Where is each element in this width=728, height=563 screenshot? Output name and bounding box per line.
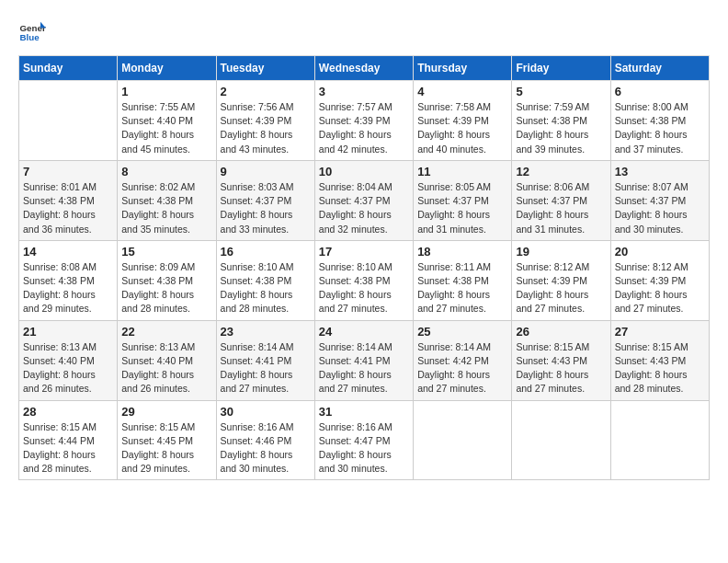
calendar-cell: 4Sunrise: 7:58 AMSunset: 4:39 PMDaylight… (414, 81, 512, 161)
calendar-cell: 8Sunrise: 8:02 AMSunset: 4:38 PMDaylight… (118, 160, 216, 240)
day-number: 23 (221, 325, 311, 339)
day-number: 28 (23, 405, 113, 419)
calendar-cell: 11Sunrise: 8:05 AMSunset: 4:37 PMDayligh… (414, 160, 512, 240)
day-number: 13 (615, 165, 705, 178)
calendar-cell: 17Sunrise: 8:10 AMSunset: 4:38 PMDayligh… (314, 240, 413, 320)
day-info: Sunrise: 8:15 AMSunset: 4:43 PMDaylight:… (615, 340, 705, 396)
day-info: Sunrise: 8:16 AMSunset: 4:46 PMDaylight:… (221, 420, 311, 477)
calendar-cell: 24Sunrise: 8:14 AMSunset: 4:41 PMDayligh… (314, 320, 413, 400)
calendar-cell: 1Sunrise: 7:55 AMSunset: 4:40 PMDaylight… (118, 81, 216, 161)
weekday-header: Tuesday (216, 56, 314, 81)
day-number: 25 (417, 325, 507, 339)
day-info: Sunrise: 8:12 AMSunset: 4:39 PMDaylight:… (516, 260, 606, 316)
day-info: Sunrise: 8:13 AMSunset: 4:40 PMDaylight:… (23, 340, 113, 396)
svg-text:Blue: Blue (20, 32, 40, 42)
page-header: General Blue (18, 18, 710, 46)
weekday-header: Wednesday (314, 56, 413, 81)
calendar-cell: 7Sunrise: 8:01 AMSunset: 4:38 PMDaylight… (19, 160, 118, 240)
day-number: 6 (615, 85, 705, 98)
day-info: Sunrise: 8:05 AMSunset: 4:37 PMDaylight:… (417, 180, 507, 236)
day-info: Sunrise: 8:01 AMSunset: 4:38 PMDaylight:… (23, 180, 113, 236)
day-number: 30 (221, 405, 311, 419)
calendar-cell: 15Sunrise: 8:09 AMSunset: 4:38 PMDayligh… (118, 240, 216, 320)
logo-icon: General Blue (18, 18, 46, 46)
day-number: 12 (516, 165, 606, 178)
day-info: Sunrise: 8:15 AMSunset: 4:45 PMDaylight:… (121, 420, 211, 477)
day-number: 11 (417, 165, 507, 178)
calendar-week-row: 21Sunrise: 8:13 AMSunset: 4:40 PMDayligh… (19, 320, 710, 400)
calendar-cell: 18Sunrise: 8:11 AMSunset: 4:38 PMDayligh… (414, 240, 512, 320)
day-info: Sunrise: 8:00 AMSunset: 4:38 PMDaylight:… (615, 100, 705, 156)
day-number: 8 (121, 165, 211, 178)
day-info: Sunrise: 8:03 AMSunset: 4:37 PMDaylight:… (221, 180, 311, 236)
calendar-cell: 19Sunrise: 8:12 AMSunset: 4:39 PMDayligh… (512, 240, 610, 320)
calendar-cell: 14Sunrise: 8:08 AMSunset: 4:38 PMDayligh… (19, 240, 118, 320)
calendar-table: SundayMondayTuesdayWednesdayThursdayFrid… (18, 55, 710, 480)
day-number: 4 (417, 85, 507, 98)
day-info: Sunrise: 8:15 AMSunset: 4:43 PMDaylight:… (516, 340, 606, 396)
day-number: 29 (121, 405, 211, 419)
calendar-cell: 10Sunrise: 8:04 AMSunset: 4:37 PMDayligh… (314, 160, 413, 240)
day-info: Sunrise: 8:04 AMSunset: 4:37 PMDaylight:… (319, 180, 409, 236)
day-number: 24 (319, 325, 409, 339)
day-info: Sunrise: 8:10 AMSunset: 4:38 PMDaylight:… (319, 260, 409, 316)
calendar-cell: 30Sunrise: 8:16 AMSunset: 4:46 PMDayligh… (216, 400, 314, 480)
day-number: 19 (516, 245, 606, 259)
calendar-week-row: 14Sunrise: 8:08 AMSunset: 4:38 PMDayligh… (19, 240, 710, 320)
day-info: Sunrise: 8:12 AMSunset: 4:39 PMDaylight:… (615, 260, 705, 316)
day-number: 27 (615, 325, 705, 339)
calendar-cell: 3Sunrise: 7:57 AMSunset: 4:39 PMDaylight… (314, 81, 413, 161)
day-info: Sunrise: 8:13 AMSunset: 4:40 PMDaylight:… (121, 340, 211, 396)
calendar-week-row: 7Sunrise: 8:01 AMSunset: 4:38 PMDaylight… (19, 160, 710, 240)
day-number: 18 (417, 245, 507, 259)
calendar-cell (19, 81, 118, 161)
day-info: Sunrise: 8:08 AMSunset: 4:38 PMDaylight:… (23, 260, 113, 316)
day-number: 10 (319, 165, 409, 178)
calendar-cell (610, 400, 709, 480)
weekday-header: Sunday (19, 56, 118, 81)
day-info: Sunrise: 7:58 AMSunset: 4:39 PMDaylight:… (417, 100, 507, 156)
calendar-cell: 25Sunrise: 8:14 AMSunset: 4:42 PMDayligh… (414, 320, 512, 400)
calendar-cell: 31Sunrise: 8:16 AMSunset: 4:47 PMDayligh… (314, 400, 413, 480)
calendar-cell: 16Sunrise: 8:10 AMSunset: 4:38 PMDayligh… (216, 240, 314, 320)
day-number: 9 (221, 165, 311, 178)
day-info: Sunrise: 7:57 AMSunset: 4:39 PMDaylight:… (319, 100, 409, 156)
calendar-week-row: 28Sunrise: 8:15 AMSunset: 4:44 PMDayligh… (19, 400, 710, 480)
day-number: 17 (319, 245, 409, 259)
weekday-header: Friday (512, 56, 610, 81)
calendar-cell: 6Sunrise: 8:00 AMSunset: 4:38 PMDaylight… (610, 81, 709, 161)
day-info: Sunrise: 8:07 AMSunset: 4:37 PMDaylight:… (615, 180, 705, 236)
day-info: Sunrise: 7:56 AMSunset: 4:39 PMDaylight:… (221, 100, 311, 156)
day-number: 20 (615, 245, 705, 259)
calendar-cell: 26Sunrise: 8:15 AMSunset: 4:43 PMDayligh… (512, 320, 610, 400)
day-number: 15 (121, 245, 211, 259)
logo: General Blue (18, 18, 46, 46)
day-info: Sunrise: 7:55 AMSunset: 4:40 PMDaylight:… (121, 100, 211, 156)
day-number: 2 (221, 85, 311, 98)
day-number: 22 (121, 325, 211, 339)
day-info: Sunrise: 8:16 AMSunset: 4:47 PMDaylight:… (319, 420, 409, 477)
weekday-header: Monday (118, 56, 216, 81)
day-info: Sunrise: 8:14 AMSunset: 4:41 PMDaylight:… (319, 340, 409, 396)
day-number: 31 (319, 405, 409, 419)
day-info: Sunrise: 8:15 AMSunset: 4:44 PMDaylight:… (23, 420, 113, 477)
day-number: 26 (516, 325, 606, 339)
day-number: 7 (23, 165, 113, 178)
day-info: Sunrise: 7:59 AMSunset: 4:38 PMDaylight:… (516, 100, 606, 156)
weekday-header: Saturday (610, 56, 709, 81)
day-number: 5 (516, 85, 606, 98)
day-info: Sunrise: 8:09 AMSunset: 4:38 PMDaylight:… (121, 260, 211, 316)
day-number: 3 (319, 85, 409, 98)
weekday-header: Thursday (414, 56, 512, 81)
day-info: Sunrise: 8:14 AMSunset: 4:42 PMDaylight:… (417, 340, 507, 396)
calendar-header-row: SundayMondayTuesdayWednesdayThursdayFrid… (19, 56, 710, 81)
calendar-week-row: 1Sunrise: 7:55 AMSunset: 4:40 PMDaylight… (19, 81, 710, 161)
day-info: Sunrise: 8:11 AMSunset: 4:38 PMDaylight:… (417, 260, 507, 316)
calendar-cell: 21Sunrise: 8:13 AMSunset: 4:40 PMDayligh… (19, 320, 118, 400)
day-number: 21 (23, 325, 113, 339)
day-info: Sunrise: 8:14 AMSunset: 4:41 PMDaylight:… (221, 340, 311, 396)
calendar-cell (414, 400, 512, 480)
calendar-cell: 20Sunrise: 8:12 AMSunset: 4:39 PMDayligh… (610, 240, 709, 320)
calendar-cell: 23Sunrise: 8:14 AMSunset: 4:41 PMDayligh… (216, 320, 314, 400)
day-number: 1 (121, 85, 211, 98)
